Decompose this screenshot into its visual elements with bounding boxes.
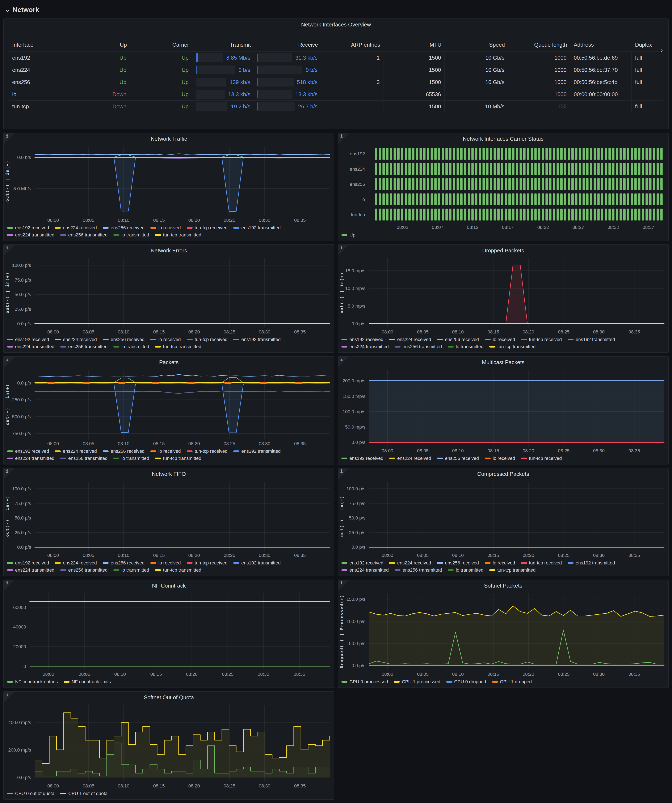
legend-item[interactable]: CPU 0 proccessed — [342, 679, 388, 684]
chart-softnet-out-of-quota[interactable]: 0.0 p/s200.0 mp/s400.0 mp/s08:0008:0508:… — [4, 703, 334, 790]
legend-item[interactable]: tun-tcp received — [521, 560, 562, 566]
panel-title-packets[interactable]: Packets — [4, 356, 334, 367]
column-header-transmit[interactable]: Transmit — [192, 38, 254, 52]
legend-item[interactable]: ens256 received — [437, 337, 479, 342]
legend-item[interactable]: ens256 received — [437, 456, 479, 461]
legend-item[interactable]: ens192 transmitted — [233, 225, 281, 231]
legend-item[interactable]: ens256 received — [103, 560, 145, 566]
legend-item[interactable]: lo transmitted — [113, 456, 149, 461]
legend-item[interactable]: ens256 transmitted — [60, 567, 107, 573]
legend-item[interactable]: lo received — [150, 449, 181, 454]
column-header-up[interactable]: Up — [69, 38, 130, 52]
legend-item[interactable]: lo received — [150, 560, 181, 566]
legend-item[interactable]: ens192 transmitted — [233, 449, 281, 454]
legend-item[interactable]: ens256 received — [437, 560, 479, 566]
legend-item[interactable]: tun-tcp received — [521, 337, 562, 342]
legend-item[interactable]: lo received — [485, 560, 515, 566]
chart-carrier-status[interactable]: 08:0208:0708:1208:1708:2208:2708:3208:37… — [338, 144, 668, 231]
legend-item[interactable]: ens224 transmitted — [7, 344, 54, 349]
scroll-right-hint[interactable]: › — [659, 47, 663, 54]
legend-item[interactable]: ens192 received — [342, 560, 383, 566]
column-header-queue-length[interactable]: Queue length — [508, 38, 570, 52]
legend-item[interactable]: ens192 received — [342, 337, 383, 342]
legend-item[interactable]: ens224 received — [55, 337, 97, 342]
panel-info-icon[interactable]: i — [338, 580, 349, 591]
legend-item[interactable]: ens224 transmitted — [342, 567, 389, 573]
legend-item[interactable]: NF conntrack entries — [7, 679, 58, 684]
chart-nf-conntrack[interactable]: 020000400006000008:0008:0508:1008:1508:2… — [4, 591, 334, 678]
legend-item[interactable]: tun-tcp received — [187, 337, 228, 342]
panel-info-icon[interactable]: i — [4, 356, 15, 367]
legend-item[interactable]: lo received — [150, 337, 181, 342]
column-header-receive[interactable]: Receive — [254, 38, 321, 52]
legend-item[interactable]: ens256 transmitted — [60, 344, 107, 349]
chart-multicast-packets[interactable]: 0.0 p/s50.0 mp/s100.0 mp/s150.0 mp/s200.… — [338, 367, 668, 454]
legend-item[interactable]: lo received — [485, 456, 515, 461]
legend-item[interactable]: NF conntrack limits — [63, 679, 111, 684]
legend-item[interactable]: lo transmitted — [448, 567, 483, 573]
legend-item[interactable]: tun-tcp received — [187, 225, 228, 231]
chart-network-fifo[interactable]: 0.0 p/s25.0 p/s50.0 p/s75.0 p/s100.0 p/s… — [4, 479, 334, 559]
column-header-duplex[interactable]: Duplex — [632, 38, 663, 52]
legend-item[interactable]: lo transmitted — [113, 567, 149, 573]
panel-title-softnet-packets[interactable]: Softnet Packets — [338, 580, 668, 591]
legend-item[interactable]: ens224 received — [55, 560, 97, 566]
legend-item[interactable]: ens192 transmitted — [568, 337, 615, 342]
legend-item[interactable]: tun-tcp transmitted — [155, 232, 201, 238]
panel-info-icon[interactable]: i — [338, 133, 349, 144]
panel-title-network-fifo[interactable]: Network FIFO — [4, 468, 334, 479]
legend-item[interactable]: lo received — [150, 225, 181, 231]
column-header-speed[interactable]: Speed — [445, 38, 508, 52]
panel-info-icon[interactable]: i — [4, 245, 15, 256]
panel-info-icon[interactable]: i — [4, 692, 15, 703]
legend-item[interactable]: tun-tcp transmitted — [489, 567, 535, 573]
legend-item[interactable]: ens256 received — [103, 449, 145, 454]
legend-item[interactable]: ens192 transmitted — [233, 560, 281, 566]
column-header-carrier[interactable]: Carrier — [130, 38, 192, 52]
legend-item[interactable]: CPU 0 dropped — [446, 679, 486, 684]
panel-title-softnet-out-of-quota[interactable]: Softnet Out of Quota — [4, 692, 334, 703]
legend-item[interactable]: tun-tcp transmitted — [155, 344, 201, 349]
chart-network-errors[interactable]: 0.0 p/s25.0 p/s50.0 p/s75.0 p/s100.0 p/s… — [4, 256, 334, 336]
legend-item[interactable]: tun-tcp transmitted — [489, 344, 535, 349]
panel-title-carrier-status[interactable]: Network Interfaces Carrier Status — [338, 133, 668, 144]
section-header-network[interactable]: Network — [3, 3, 669, 16]
legend-item[interactable]: lo received — [485, 337, 515, 342]
chart-dropped-packets[interactable]: 0.0 p/s5.0 mp/s10.0 mp/s15.0 mp/s08:0008… — [338, 256, 668, 336]
legend-item[interactable]: ens192 transmitted — [233, 337, 281, 342]
legend-item[interactable]: ens224 transmitted — [342, 344, 389, 349]
panel-info-icon[interactable]: i — [338, 468, 349, 479]
column-header-address[interactable]: Address — [570, 38, 632, 52]
column-header-arp-entries[interactable]: ARP entries — [321, 38, 384, 52]
legend-item[interactable]: ens192 received — [7, 225, 49, 231]
panel-info-icon[interactable]: i — [338, 245, 349, 256]
legend-item[interactable]: tun-tcp received — [187, 560, 228, 566]
legend-item[interactable]: ens224 transmitted — [7, 232, 54, 238]
legend-item[interactable]: CPU 1 proccessed — [394, 679, 440, 684]
panel-info-icon[interactable]: i — [338, 356, 349, 367]
legend-item[interactable]: tun-tcp received — [521, 456, 562, 461]
legend-item[interactable]: ens224 received — [55, 225, 97, 231]
panel-title[interactable]: Network Interfaces Overview — [9, 21, 663, 33]
legend-item[interactable]: CPU 1 dropped — [492, 679, 532, 684]
legend-item[interactable]: Up — [342, 232, 355, 238]
legend-item[interactable]: ens256 received — [103, 225, 145, 231]
panel-title-multicast-packets[interactable]: Multicast Packets — [338, 356, 668, 367]
legend-item[interactable]: lo transmitted — [113, 232, 149, 238]
legend-item[interactable]: ens224 received — [389, 337, 431, 342]
legend-item[interactable]: ens224 received — [389, 456, 431, 461]
panel-title-nf-conntrack[interactable]: NF Conntrack — [4, 580, 334, 591]
legend-item[interactable]: lo transmitted — [113, 344, 149, 349]
legend-item[interactable]: ens256 received — [103, 337, 145, 342]
chart-packets[interactable]: 0.0 p/s-250.0 p/s-500.0 p/s-750.0 p/s08:… — [4, 367, 334, 447]
panel-info-icon[interactable]: i — [4, 133, 15, 144]
legend-item[interactable]: ens256 transmitted — [60, 232, 107, 238]
legend-item[interactable]: CPU 0 out of quota — [7, 791, 54, 796]
table-container[interactable]: InterfaceUpCarrierTransmitReceiveARP ent… — [9, 33, 663, 129]
chart-compressed-packets[interactable]: 0.0 p/s25.0 p/s50.0 p/s75.0 p/s100.0 p/s… — [338, 479, 668, 559]
legend-item[interactable]: ens256 transmitted — [60, 456, 107, 461]
column-header-mtu[interactable]: MTU — [384, 38, 445, 52]
panel-title-network-traffic[interactable]: Network Traffic — [4, 133, 334, 144]
legend-item[interactable]: ens192 received — [342, 456, 383, 461]
legend-item[interactable]: ens192 received — [7, 337, 49, 342]
